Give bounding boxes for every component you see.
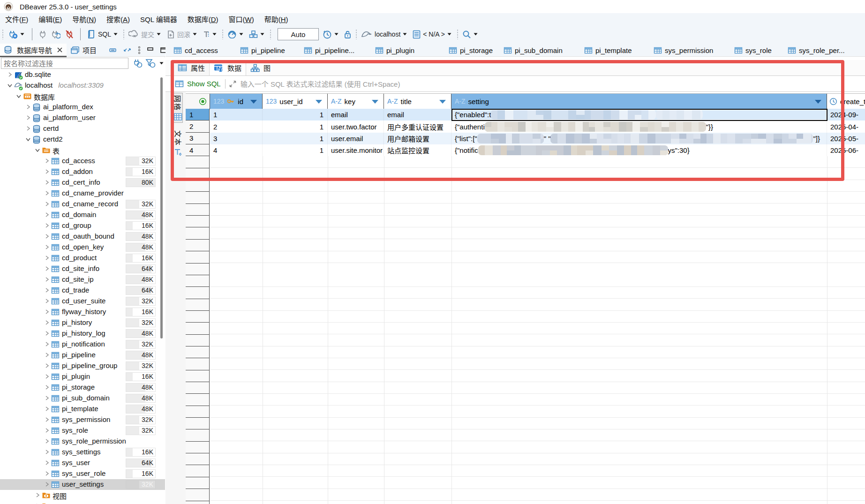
- tree-item-cd_trade[interactable]: cd_trade64K: [0, 285, 165, 296]
- result-tab-data[interactable]: 数据: [210, 60, 246, 75]
- connection-filter-input[interactable]: [1, 58, 128, 69]
- result-mode-text[interactable]: 文本: [173, 130, 183, 156]
- chevron-right-icon[interactable]: [43, 394, 51, 402]
- tree-item-sys_role[interactable]: sys_role32K: [0, 425, 165, 436]
- cell-create_t-3[interactable]: 2025-05-: [827, 133, 865, 144]
- row-header-2[interactable]: 2: [186, 120, 210, 132]
- cell-user_id-2[interactable]: 1: [263, 120, 328, 132]
- grid-corner-cell[interactable]: [186, 94, 210, 109]
- chevron-right-icon[interactable]: [43, 330, 51, 337]
- editor-tab-pi_plugin[interactable]: pi_plugin: [375, 44, 414, 57]
- chevron-down-icon[interactable]: [34, 146, 41, 154]
- cell-create_t-4[interactable]: 2025-06-: [827, 144, 865, 156]
- editor-tab-sys_role[interactable]: sys_role: [734, 44, 772, 57]
- menu-4[interactable]: 搜索(A): [101, 13, 135, 25]
- tree-item-cd_open_key[interactable]: cd_open_key48K: [0, 242, 165, 253]
- chevron-right-icon[interactable]: [43, 448, 51, 456]
- chevron-right-icon[interactable]: [43, 459, 51, 466]
- tree-item-sys_role_permission[interactable]: sys_role_permission: [0, 436, 165, 447]
- link-editor-icon[interactable]: [123, 46, 132, 53]
- chevron-right-icon[interactable]: [43, 405, 51, 413]
- plug-reconnect-button[interactable]: [49, 28, 62, 40]
- menu-5[interactable]: SQL 编辑器: [135, 13, 182, 25]
- dropdown-arrow-icon[interactable]: [260, 33, 264, 36]
- chevron-right-icon[interactable]: [43, 189, 51, 197]
- tree-item-cd_access[interactable]: cd_access32K: [0, 156, 165, 166]
- chevron-right-icon[interactable]: [43, 157, 51, 165]
- column-header-user_id[interactable]: 123user_id: [263, 94, 328, 109]
- gauge-button[interactable]: [226, 29, 246, 40]
- chevron-right-icon[interactable]: [43, 470, 51, 477]
- column-filter-arrow-icon[interactable]: [372, 100, 378, 104]
- chevron-down-icon[interactable]: [24, 135, 32, 143]
- row-header-4[interactable]: 4: [186, 144, 210, 156]
- column-filter-arrow-icon[interactable]: [815, 100, 821, 104]
- chevron-right-icon[interactable]: [43, 427, 51, 434]
- dropdown-arrow-icon[interactable]: [447, 33, 451, 36]
- editor-tab-pi_pipeline[interactable]: pi_pipeline...: [304, 44, 354, 57]
- cell-title-2[interactable]: 用户多重认证设置: [384, 120, 451, 132]
- lock-button[interactable]: [342, 29, 353, 40]
- chevron-right-icon[interactable]: [43, 222, 51, 229]
- chevron-right-icon[interactable]: [43, 265, 51, 272]
- tree-item-cd_product[interactable]: cd_product16K: [0, 253, 165, 263]
- chevron-right-icon[interactable]: [24, 125, 32, 132]
- show-sql-button[interactable]: Show SQL: [187, 80, 221, 88]
- chevron-right-icon[interactable]: [24, 103, 32, 111]
- row-header-3[interactable]: 3: [186, 133, 210, 144]
- panel-tab-database-navigator[interactable]: 数据库导航: [0, 44, 67, 57]
- cell-user_id-1[interactable]: 1: [263, 109, 328, 120]
- filter-connection-icon[interactable]: [145, 59, 156, 68]
- chevron-right-icon[interactable]: [43, 308, 51, 316]
- tree-item-pi_storage[interactable]: pi_storage48K: [0, 382, 165, 393]
- chevron-right-icon[interactable]: [43, 319, 51, 326]
- search-button[interactable]: [460, 29, 481, 40]
- chevron-right-icon[interactable]: [24, 114, 32, 121]
- history-button[interactable]: [321, 29, 341, 40]
- chevron-right-icon[interactable]: [43, 254, 51, 262]
- chevron-right-icon[interactable]: [43, 437, 51, 445]
- schema-cubes-button[interactable]: [247, 29, 267, 40]
- column-filter-arrow-icon[interactable]: [439, 100, 446, 104]
- tree-item-pi_notification[interactable]: pi_notification32K: [0, 339, 165, 350]
- tree-item-certd2[interactable]: certd2: [0, 134, 165, 145]
- sql-script-button[interactable]: SQL: [85, 28, 120, 40]
- tree-item-数据库[interactable]: 数据库: [0, 91, 165, 102]
- tree-item-ai_platform_user[interactable]: ai_platform_user: [0, 113, 165, 123]
- column-filter-arrow-icon[interactable]: [316, 100, 322, 104]
- filter-dropdown-arrow-icon[interactable]: [159, 62, 164, 65]
- tree-item-cd_user_suite[interactable]: cd_user_suite32K: [0, 296, 165, 307]
- cell-id-3[interactable]: 3: [210, 133, 263, 144]
- chevron-right-icon[interactable]: [6, 71, 14, 78]
- editor-tab-pi_template[interactable]: pi_template: [584, 44, 632, 57]
- editor-tab-sys_role_per[interactable]: sys_role_per...: [788, 44, 845, 57]
- dropdown-arrow-icon[interactable]: [212, 33, 217, 36]
- cell-id-1[interactable]: 1: [210, 109, 263, 120]
- chevron-down-icon[interactable]: [6, 82, 14, 89]
- tree-item-sys_user[interactable]: sys_user64K: [0, 458, 165, 468]
- tree-item-cut[interactable]: [0, 501, 165, 504]
- tree-item-cd_site_info[interactable]: cd_site_info64K: [0, 263, 165, 274]
- chevron-right-icon[interactable]: [43, 168, 51, 175]
- chevron-right-icon[interactable]: [43, 384, 51, 391]
- menu-6[interactable]: 数据库(D): [182, 13, 224, 25]
- menu-7[interactable]: 窗口(W): [224, 13, 259, 25]
- result-tab-properties[interactable]: 属性: [173, 60, 210, 75]
- tree-item-cd_cname_record[interactable]: cd_cname_record32K: [0, 199, 165, 210]
- dropdown-arrow-icon[interactable]: [113, 33, 118, 36]
- rollback-button[interactable]: 回滚: [165, 28, 200, 40]
- menu-3[interactable]: 导航(N): [67, 13, 101, 25]
- tree-item-cd_site_ip[interactable]: cd_site_ip48K: [0, 274, 165, 285]
- chevron-right-icon[interactable]: [43, 362, 51, 369]
- column-header-create_t[interactable]: create_t: [827, 94, 865, 109]
- collapse-all-icon[interactable]: [109, 47, 117, 53]
- chevron-right-icon[interactable]: [43, 276, 51, 283]
- cell-id-4[interactable]: 4: [210, 144, 263, 156]
- dropdown-arrow-icon[interactable]: [157, 33, 161, 36]
- tree-item-sys_user_role[interactable]: sys_user_role16K: [0, 468, 165, 479]
- chevron-right-icon[interactable]: [43, 200, 51, 208]
- tree-item-pi_history_log[interactable]: pi_history_log48K: [0, 328, 165, 339]
- column-header-setting[interactable]: A-Zsetting: [451, 94, 827, 109]
- editor-tab-pi_storage[interactable]: pi_storage: [449, 44, 493, 57]
- chevron-right-icon[interactable]: [43, 233, 51, 240]
